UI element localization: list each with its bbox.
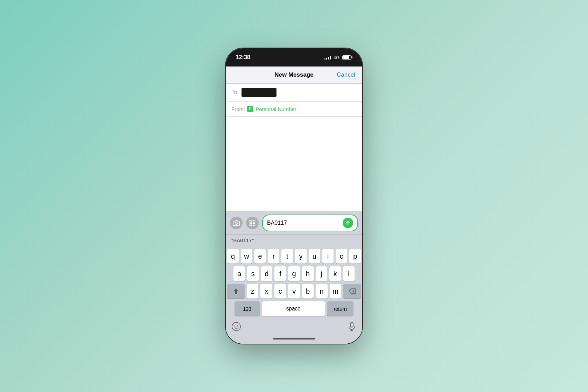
network-label: 4G <box>334 55 340 60</box>
apps-icon <box>249 219 256 226</box>
camera-button[interactable] <box>230 217 243 229</box>
to-label: To: <box>231 89 239 96</box>
svg-point-7 <box>237 326 238 327</box>
message-body[interactable] <box>226 117 362 211</box>
emoji-icon <box>231 322 241 331</box>
key-j[interactable]: j <box>316 266 327 281</box>
key-y[interactable]: y <box>295 249 307 264</box>
key-x[interactable]: x <box>260 284 272 299</box>
from-value[interactable]: Personal Number <box>255 106 296 112</box>
status-time: 12:38 <box>236 54 250 61</box>
to-recipient-redacted[interactable] <box>241 88 276 97</box>
nav-bar: New Message Cancel <box>226 66 362 84</box>
autocomplete-bar[interactable]: "BA0117" <box>226 234 362 246</box>
key-g[interactable]: g <box>288 266 300 281</box>
cancel-button[interactable]: Cancel <box>337 71 355 78</box>
autocomplete-suggestion[interactable]: "BA0117" <box>231 237 254 243</box>
key-b[interactable]: b <box>302 284 314 299</box>
svg-rect-1 <box>250 220 252 223</box>
key-n[interactable]: n <box>316 284 327 299</box>
key-c[interactable]: c <box>274 284 286 299</box>
nav-title: New Message <box>274 71 314 78</box>
battery-icon <box>342 55 352 60</box>
signal-bars-icon <box>324 55 331 59</box>
apps-button[interactable] <box>246 217 259 229</box>
send-arrow-icon <box>345 220 351 226</box>
return-key[interactable]: return <box>327 301 354 316</box>
keyboard-bottom <box>226 319 362 336</box>
signal-bar-1 <box>324 58 326 59</box>
key-i[interactable]: i <box>322 249 334 264</box>
key-t[interactable]: t <box>281 249 293 264</box>
key-z[interactable]: z <box>247 284 258 299</box>
battery-tip <box>351 56 352 58</box>
svg-rect-8 <box>350 322 353 327</box>
keyboard-row-3: z x c v b n m <box>227 284 361 299</box>
key-e[interactable]: e <box>254 249 266 264</box>
microphone-button[interactable] <box>345 320 358 333</box>
status-icons: 4G <box>324 55 352 60</box>
signal-bar-2 <box>326 58 327 59</box>
status-bar: 12:38 4G <box>226 48 362 66</box>
key-r[interactable]: r <box>268 249 279 264</box>
message-input[interactable]: BA0117 <box>267 220 340 226</box>
numbers-key[interactable]: 123 <box>234 301 260 316</box>
key-o[interactable]: o <box>336 249 347 264</box>
personal-number-badge-letter: P <box>249 107 252 111</box>
svg-rect-2 <box>253 220 255 223</box>
home-indicator <box>273 338 315 340</box>
svg-point-0 <box>235 222 238 225</box>
emoji-button[interactable] <box>230 320 243 333</box>
key-a[interactable]: a <box>233 266 245 281</box>
shift-key[interactable] <box>227 284 245 299</box>
key-v[interactable]: v <box>288 284 300 299</box>
key-d[interactable]: d <box>261 266 272 281</box>
key-f[interactable]: f <box>274 266 286 281</box>
key-s[interactable]: s <box>247 266 259 281</box>
send-button[interactable] <box>343 218 353 228</box>
key-k[interactable]: k <box>329 266 341 281</box>
space-key[interactable]: space <box>262 301 325 316</box>
battery-fill <box>343 56 349 59</box>
keyboard: q w e r t y u i o p a s d f g h j k <box>226 246 362 319</box>
delete-key[interactable] <box>343 284 361 299</box>
toolbar-row: BA0117 <box>226 211 362 234</box>
compose-area: New Message Cancel To: From: P Personal … <box>226 66 362 344</box>
keyboard-row-4: 123 space return <box>227 301 361 316</box>
key-p[interactable]: p <box>349 249 361 264</box>
svg-rect-3 <box>250 224 252 226</box>
home-indicator-bar <box>226 336 362 344</box>
microphone-icon <box>348 322 356 331</box>
camera-icon <box>233 219 240 226</box>
signal-bar-4 <box>330 56 331 59</box>
to-field[interactable]: To: <box>226 84 362 102</box>
svg-rect-4 <box>253 224 255 226</box>
key-w[interactable]: w <box>241 249 252 264</box>
from-label: From: <box>231 106 245 112</box>
from-field[interactable]: From: P Personal Number <box>226 102 362 117</box>
signal-bar-3 <box>328 57 329 59</box>
battery-body <box>342 55 351 60</box>
key-h[interactable]: h <box>302 266 314 281</box>
shift-icon <box>233 288 239 294</box>
personal-number-badge-icon: P <box>247 106 253 112</box>
phone-frame: 12:38 4G New Message Cancel <box>226 48 362 344</box>
key-l[interactable]: l <box>343 266 355 281</box>
svg-point-6 <box>234 326 236 327</box>
key-q[interactable]: q <box>227 249 239 264</box>
key-u[interactable]: u <box>309 249 320 264</box>
svg-point-5 <box>232 322 240 331</box>
keyboard-row-2: a s d f g h j k l <box>227 266 361 281</box>
message-input-wrapper[interactable]: BA0117 <box>262 215 358 231</box>
key-m[interactable]: m <box>330 284 341 299</box>
delete-icon <box>349 288 356 294</box>
keyboard-row-1: q w e r t y u i o p <box>227 249 361 264</box>
